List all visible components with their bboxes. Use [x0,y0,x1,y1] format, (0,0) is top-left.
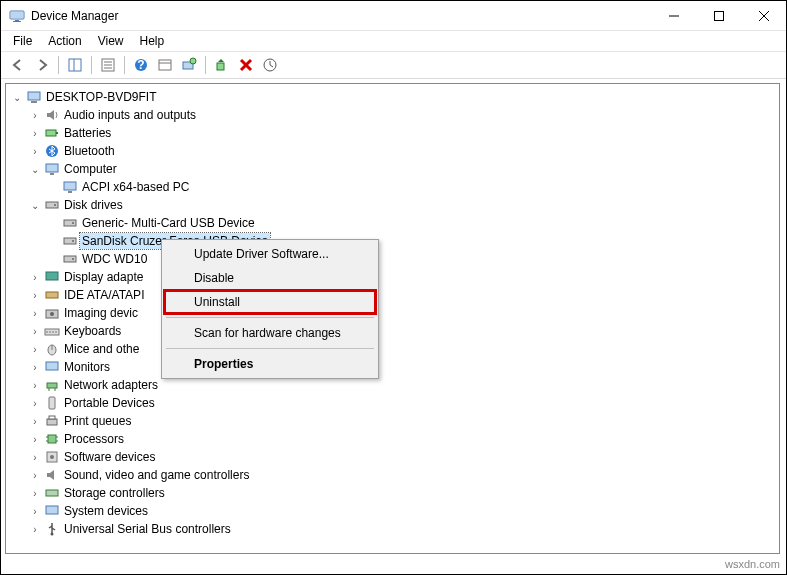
svg-rect-5 [714,11,723,20]
tree-acpi[interactable]: ACPI x64-based PC [6,178,779,196]
menu-file[interactable]: File [5,32,40,50]
menu-bar: File Action View Help [1,31,786,51]
expand-icon[interactable]: › [28,504,42,518]
ctx-properties[interactable]: Properties [164,352,376,376]
expand-icon[interactable]: › [28,144,42,158]
tree-system[interactable]: › System devices [6,502,779,520]
update-driver-button[interactable] [259,54,281,76]
expand-icon[interactable]: › [28,396,42,410]
svg-rect-56 [49,397,55,409]
node-label: IDE ATA/ATAPI [62,287,146,303]
ctx-uninstall[interactable]: Uninstall [164,290,376,314]
help-button[interactable]: ? [130,54,152,76]
disk-icon [62,215,78,231]
node-label: Universal Serial Bus controllers [62,521,233,537]
expand-icon[interactable]: › [28,126,42,140]
svg-text:?: ? [137,58,144,72]
tree-disk-drives[interactable]: ⌄ Disk drives [6,196,779,214]
toolbar: ? [1,51,786,79]
tree-imaging[interactable]: › Imaging devic [6,304,779,322]
svg-rect-53 [47,383,57,388]
tree-portable[interactable]: › Portable Devices [6,394,779,412]
expand-icon[interactable]: › [28,342,42,356]
svg-rect-3 [13,21,21,22]
expand-icon[interactable]: ⌄ [28,198,42,212]
expand-icon[interactable]: › [28,288,42,302]
expand-icon[interactable]: › [28,324,42,338]
uninstall-button[interactable] [235,54,257,76]
software-icon [44,449,60,465]
properties-button[interactable] [97,54,119,76]
expand-icon[interactable]: › [28,486,42,500]
device-tree[interactable]: ⌄ DESKTOP-BVD9FIT › Audio inputs and out… [5,83,780,554]
expand-icon[interactable]: ⌄ [10,90,24,104]
list-button[interactable] [154,54,176,76]
menu-help[interactable]: Help [132,32,173,50]
menu-action[interactable]: Action [40,32,89,50]
tree-disk-sandisk[interactable]: SanDisk Cruzer Force USB Device [6,232,779,250]
ctx-scan[interactable]: Scan for hardware changes [164,321,376,345]
node-label: Keyboards [62,323,123,339]
ctx-update-driver[interactable]: Update Driver Software... [164,242,376,266]
node-label: Sound, video and game controllers [62,467,251,483]
tree-usb[interactable]: › Universal Serial Bus controllers [6,520,779,538]
tree-print-queues[interactable]: › Print queues [6,412,779,430]
node-label: Portable Devices [62,395,157,411]
tree-display[interactable]: › Display adapte [6,268,779,286]
expand-icon[interactable]: › [28,414,42,428]
tree-computer[interactable]: ⌄ Computer [6,160,779,178]
menu-view[interactable]: View [90,32,132,50]
tree-storage[interactable]: › Storage controllers [6,484,779,502]
tree-processors[interactable]: › Processors [6,430,779,448]
minimize-button[interactable] [651,1,696,30]
tree-batteries[interactable]: › Batteries [6,124,779,142]
svg-rect-41 [46,272,58,280]
expand-icon[interactable]: › [28,360,42,374]
window-title: Device Manager [31,9,651,23]
node-label: Audio inputs and outputs [62,107,198,123]
node-label: Monitors [62,359,112,375]
tree-root[interactable]: ⌄ DESKTOP-BVD9FIT [6,88,779,106]
maximize-button[interactable] [696,1,741,30]
bluetooth-icon [44,143,60,159]
close-button[interactable] [741,1,786,30]
expand-icon[interactable]: › [28,378,42,392]
svg-rect-57 [47,419,57,425]
svg-rect-2 [15,20,19,21]
forward-button[interactable] [31,54,53,76]
tree-keyboards[interactable]: › Keyboards [6,322,779,340]
tree-monitors[interactable]: › Monitors [6,358,779,376]
computer-icon [26,89,42,105]
tree-ide[interactable]: › IDE ATA/ATAPI [6,286,779,304]
node-label: Storage controllers [62,485,167,501]
svg-rect-24 [28,92,40,100]
tree-disk-wdc[interactable]: WDC WD10 [6,250,779,268]
tree-audio[interactable]: › Audio inputs and outputs [6,106,779,124]
toolbar-separator [58,56,59,74]
tree-sound[interactable]: › Sound, video and game controllers [6,466,779,484]
expand-icon[interactable]: › [28,522,42,536]
expand-icon[interactable]: › [28,432,42,446]
ctx-separator [166,348,374,349]
expand-icon[interactable]: › [28,306,42,320]
show-hide-tree-button[interactable] [64,54,86,76]
tree-disk-generic[interactable]: Generic- Multi-Card USB Device [6,214,779,232]
svg-rect-58 [49,416,55,419]
expand-icon[interactable]: ⌄ [28,162,42,176]
ctx-disable[interactable]: Disable [164,266,376,290]
expand-icon[interactable]: › [28,468,42,482]
back-button[interactable] [7,54,29,76]
tree-mice[interactable]: › Mice and othe [6,340,779,358]
tree-network[interactable]: › Network adapters [6,376,779,394]
svg-rect-25 [31,101,37,103]
title-bar: Device Manager [1,1,786,31]
expand-icon[interactable]: › [28,450,42,464]
node-label: Network adapters [62,377,160,393]
enable-button[interactable] [211,54,233,76]
tree-bluetooth[interactable]: › Bluetooth [6,142,779,160]
scan-hardware-button[interactable] [178,54,200,76]
expand-icon[interactable]: › [28,108,42,122]
node-label: Bluetooth [62,143,117,159]
tree-software[interactable]: › Software devices [6,448,779,466]
expand-icon[interactable]: › [28,270,42,284]
